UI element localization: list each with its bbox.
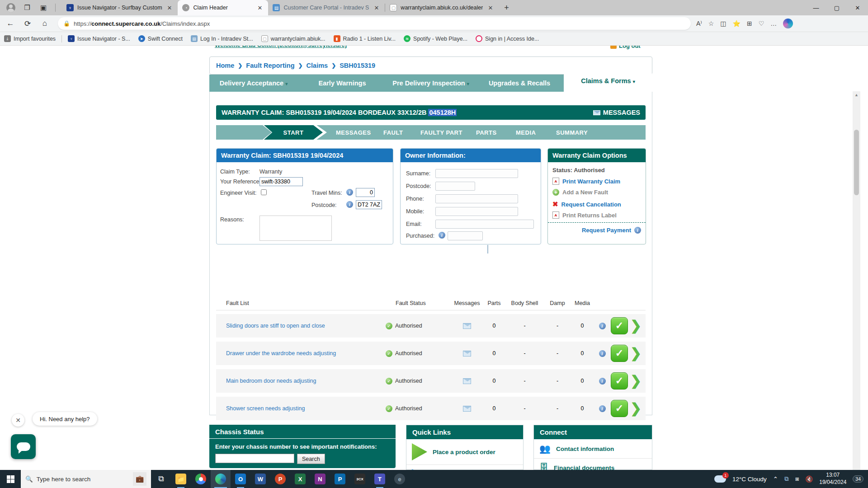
copilot-icon[interactable] bbox=[783, 19, 793, 28]
taskbar-chrome[interactable] bbox=[191, 470, 211, 488]
home-icon[interactable]: ⌂ bbox=[38, 17, 52, 30]
tab-pre-delivery-inspection[interactable]: Pre Delivery Inspection ▾ bbox=[387, 80, 475, 87]
chassis-search-button[interactable]: Search bbox=[297, 454, 325, 464]
bookmark-issue-navigator[interactable]: ♆Issue Navigator - S... bbox=[64, 35, 134, 42]
start-button[interactable] bbox=[0, 470, 21, 488]
chat-launcher-button[interactable] bbox=[11, 434, 36, 459]
calendar-icon[interactable] bbox=[487, 245, 488, 253]
fault-info-icon[interactable]: i bbox=[599, 350, 606, 357]
wifi-icon[interactable]: ⧆ bbox=[795, 475, 799, 483]
open-fault-arrow-icon[interactable]: ❯ bbox=[630, 402, 642, 415]
fault-link[interactable]: Drawer under the wardrobe needs adjustin… bbox=[216, 350, 386, 357]
close-button[interactable]: ✕ bbox=[847, 0, 868, 15]
step-media[interactable]: MEDIA bbox=[516, 129, 536, 136]
taskbar-edge[interactable] bbox=[211, 470, 231, 488]
financial-documents-link[interactable]: 🗄Financial documents bbox=[534, 459, 652, 470]
add-new-fault-link[interactable]: +Add a New Fault bbox=[552, 189, 608, 196]
taskbar-excel[interactable]: X bbox=[290, 470, 310, 488]
taskbar-outlook[interactable]: O bbox=[231, 470, 250, 488]
weather-text[interactable]: 12°C Cloudy bbox=[732, 476, 767, 483]
bookmark-swift-connect[interactable]: ➤Swift Connect bbox=[134, 35, 187, 42]
bookmark-spotify[interactable]: ≋Spotify - Web Playe... bbox=[400, 35, 472, 42]
chassis-number-input[interactable] bbox=[215, 454, 294, 463]
messages-envelope-icon[interactable] bbox=[463, 351, 471, 357]
place-parts-order-link[interactable]: Place a parts order bbox=[406, 465, 523, 470]
tab-delivery-acceptance[interactable]: Delivery Acceptance ▾ bbox=[209, 80, 298, 87]
minimize-button[interactable]: — bbox=[806, 0, 826, 15]
back-icon[interactable]: ← bbox=[4, 17, 17, 30]
browser-tab-issue-navigator[interactable]: ♆ Issue Navigator - Surfbay Custom ✕ bbox=[62, 0, 178, 15]
phone-input[interactable] bbox=[435, 194, 518, 203]
taskbar-powerpoint[interactable]: P bbox=[270, 470, 290, 488]
request-payment-link[interactable]: Request Paymenti bbox=[582, 227, 641, 234]
tab-actions-icon[interactable]: ▣ bbox=[39, 3, 48, 12]
task-view-icon[interactable]: ⧉ bbox=[151, 470, 171, 488]
browser-tab-warrantyclaim[interactable]: ▢ warrantyclaim.abiuk.co.uk/dealer ✕ bbox=[385, 0, 499, 15]
request-cancellation-link[interactable]: ✖Request Cancellation bbox=[552, 200, 621, 208]
approve-button[interactable]: ✓ bbox=[611, 400, 628, 417]
profile-avatar-icon[interactable] bbox=[6, 3, 15, 12]
surname-input[interactable] bbox=[435, 169, 518, 178]
tab-upgrades-recalls[interactable]: Upgrades & Recalls bbox=[475, 80, 564, 87]
payment-info-icon[interactable]: i bbox=[634, 227, 641, 234]
chat-close-button[interactable]: ✕ bbox=[12, 414, 24, 427]
open-fault-arrow-icon[interactable]: ❯ bbox=[630, 347, 642, 360]
browser-tab-claim-header[interactable]: ◔ Claim Header ✕ bbox=[178, 0, 268, 15]
step-fault[interactable]: FAULT bbox=[383, 129, 403, 136]
scrollbar-up-icon[interactable]: ▲ bbox=[853, 91, 860, 97]
settings-more-icon[interactable]: … bbox=[770, 20, 777, 27]
owner-postcode-input[interactable] bbox=[435, 182, 475, 191]
browser-tab-customer-care[interactable]: ▤ Customer Care Portal - Intradev S ✕ bbox=[268, 0, 385, 15]
travel-info-icon[interactable]: i bbox=[346, 189, 353, 196]
reasons-textarea[interactable] bbox=[259, 216, 332, 241]
taskbar-onenote[interactable]: N bbox=[310, 470, 330, 488]
taskbar-word[interactable]: W bbox=[250, 470, 270, 488]
open-fault-arrow-icon[interactable]: ❯ bbox=[630, 319, 642, 333]
volume-muted-icon[interactable]: 🔇 bbox=[805, 475, 813, 483]
tray-chevron-icon[interactable]: ⌃ bbox=[773, 475, 778, 483]
cast-icon[interactable]: ⧉ bbox=[784, 475, 789, 483]
open-fault-arrow-icon[interactable]: ❯ bbox=[630, 374, 642, 388]
notification-count-badge[interactable]: 34 bbox=[853, 475, 863, 483]
messages-envelope-icon[interactable] bbox=[463, 406, 471, 412]
favorites-bar-icon[interactable]: ⭐ bbox=[733, 20, 741, 27]
print-returns-label-link[interactable]: APrint Returns Label bbox=[552, 211, 617, 219]
tab-close-icon[interactable]: ✕ bbox=[373, 5, 380, 11]
logout-link[interactable]: Log out bbox=[610, 46, 641, 51]
approve-button[interactable]: ✓ bbox=[611, 317, 628, 334]
place-product-order-link[interactable]: Place a product order bbox=[406, 439, 523, 465]
postcode-info-icon[interactable]: i bbox=[346, 201, 353, 208]
weather-icon[interactable]: 1 bbox=[714, 475, 726, 483]
your-reference-input[interactable] bbox=[259, 177, 303, 186]
browser-essentials-icon[interactable]: ♡ bbox=[759, 20, 764, 27]
bookmark-log-in-intradev[interactable]: ▤Log In - Intradev St... bbox=[187, 35, 257, 42]
print-warranty-claim-link[interactable]: APrint Warranty Claim bbox=[552, 178, 620, 185]
engineer-visit-checkbox[interactable] bbox=[261, 189, 267, 195]
taskbar-file-explorer[interactable]: 📁 bbox=[171, 470, 191, 488]
messages-envelope-icon[interactable] bbox=[463, 378, 471, 384]
step-parts[interactable]: PARTS bbox=[476, 129, 497, 136]
taskbar-search[interactable]: 🔍 Type here to search 💼 bbox=[21, 470, 151, 488]
breadcrumb-fault-reporting[interactable]: Fault Reporting bbox=[246, 62, 294, 69]
favorite-star-icon[interactable]: ☆ bbox=[708, 20, 714, 27]
collections-icon[interactable]: ⊞ bbox=[747, 20, 752, 27]
address-bar[interactable]: 🔒 https://connect.supercare.co.uk/Claims… bbox=[58, 17, 691, 30]
fault-link[interactable]: Main bedroom door needs adjusting bbox=[216, 378, 386, 384]
contact-information-link[interactable]: 👥Contact information bbox=[534, 439, 652, 459]
tab-early-warnings[interactable]: Early Warnings bbox=[298, 80, 387, 87]
approve-button[interactable]: ✓ bbox=[611, 372, 628, 389]
step-messages[interactable]: MESSAGES bbox=[336, 129, 371, 136]
step-start[interactable]: START bbox=[264, 125, 323, 140]
fault-info-icon[interactable]: i bbox=[599, 323, 606, 329]
new-tab-button[interactable]: + bbox=[499, 3, 514, 13]
email-input[interactable] bbox=[435, 220, 534, 229]
bookmark-warrantyclaim[interactable]: ▢warrantyclaim.abiuk... bbox=[257, 35, 330, 42]
page-scrollbar[interactable]: ▲ bbox=[853, 91, 860, 470]
fault-link[interactable]: Shower screen needs adjusting bbox=[216, 405, 386, 412]
bookmark-import-favourites[interactable]: ⤓Import favourites bbox=[0, 35, 60, 42]
taskbar-teams[interactable]: T bbox=[370, 470, 390, 488]
fault-info-icon[interactable]: i bbox=[599, 378, 606, 385]
read-aloud-icon[interactable]: A⁾ bbox=[696, 20, 702, 27]
mobile-input[interactable] bbox=[435, 207, 518, 216]
fault-link[interactable]: Sliding doors are stiff to open and clos… bbox=[216, 323, 386, 329]
